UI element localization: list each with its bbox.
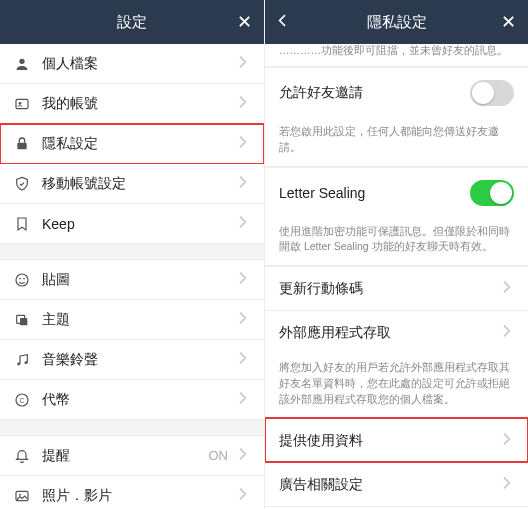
chevron-right-icon bbox=[234, 270, 250, 289]
privacy-header: 隱私設定 ✕ bbox=[265, 0, 528, 44]
row-label: 外部應用程式存取 bbox=[279, 324, 498, 342]
row-label: 移動帳號設定 bbox=[42, 175, 234, 193]
bell-icon bbox=[14, 448, 36, 464]
truncated-text: …………功能後即可阻擋，並未曾好友的訊息。 bbox=[265, 44, 528, 67]
id-icon bbox=[14, 96, 36, 112]
svg-rect-0 bbox=[16, 99, 28, 108]
svg-rect-2 bbox=[17, 142, 26, 149]
settings-row-bookmark[interactable]: Keep bbox=[0, 204, 264, 244]
row-label: Letter Sealing bbox=[279, 185, 470, 201]
svg-point-1 bbox=[19, 102, 22, 105]
privacy-row[interactable]: 更新行動條碼 bbox=[265, 266, 528, 310]
svg-point-13 bbox=[19, 493, 21, 495]
svg-point-4 bbox=[19, 277, 21, 279]
privacy-row[interactable]: 允許好友邀請 bbox=[265, 67, 528, 118]
chevron-right-icon bbox=[234, 350, 250, 369]
row-label: 隱私設定 bbox=[42, 135, 234, 153]
chevron-right-icon bbox=[234, 54, 250, 73]
settings-list: 個人檔案 我的帳號 隱私設定 移動帳號設定 Keep 貼圖 主題 音樂鈴聲 C … bbox=[0, 44, 264, 509]
svg-rect-7 bbox=[20, 318, 27, 325]
privacy-panel: 隱私設定 ✕ …………功能後即可阻擋，並未曾好友的訊息。允許好友邀請若您啟用此設… bbox=[264, 0, 528, 509]
chevron-right-icon bbox=[234, 134, 250, 153]
chevron-right-icon bbox=[234, 174, 250, 193]
music-icon bbox=[14, 352, 36, 368]
photo-icon bbox=[14, 488, 36, 504]
settings-row-user[interactable]: 個人檔案 bbox=[0, 44, 264, 84]
svg-point-8 bbox=[17, 362, 20, 365]
settings-panel: 設定 ✕ 個人檔案 我的帳號 隱私設定 移動帳號設定 Keep 貼圖 主題 音樂… bbox=[0, 0, 264, 509]
privacy-title: 隱私設定 bbox=[367, 13, 427, 32]
chevron-right-icon bbox=[498, 431, 514, 450]
settings-row-bell[interactable]: 提醒 ON bbox=[0, 436, 264, 476]
row-label: 提醒 bbox=[42, 447, 209, 465]
settings-row-shield[interactable]: 移動帳號設定 bbox=[0, 164, 264, 204]
row-description: 將您加入好友的用戶若允許外部應用程式存取其好友名單資料時，您在此處的設定可允許或… bbox=[265, 354, 528, 418]
svg-point-3 bbox=[16, 274, 28, 286]
bookmark-icon bbox=[14, 216, 36, 232]
row-label: 更新行動條碼 bbox=[279, 280, 498, 298]
row-value: ON bbox=[209, 448, 229, 463]
svg-point-5 bbox=[23, 277, 25, 279]
row-label: 音樂鈴聲 bbox=[42, 351, 234, 369]
back-icon[interactable] bbox=[275, 13, 291, 32]
settings-row-id[interactable]: 我的帳號 bbox=[0, 84, 264, 124]
settings-row-music[interactable]: 音樂鈴聲 bbox=[0, 340, 264, 380]
settings-row-theme[interactable]: 主題 bbox=[0, 300, 264, 340]
chevron-right-icon bbox=[234, 310, 250, 329]
chevron-right-icon bbox=[234, 94, 250, 113]
chevron-right-icon bbox=[498, 323, 514, 342]
row-label: 廣告相關設定 bbox=[279, 476, 498, 494]
privacy-list: …………功能後即可阻擋，並未曾好友的訊息。允許好友邀請若您啟用此設定，任何人都能… bbox=[265, 44, 528, 509]
privacy-row[interactable]: Letter Sealing bbox=[265, 167, 528, 218]
chevron-right-icon bbox=[234, 486, 250, 505]
row-description: 若您啟用此設定，任何人都能向您傳送好友邀請。 bbox=[265, 118, 528, 167]
row-label: 照片．影片 bbox=[42, 487, 234, 505]
settings-row-photo[interactable]: 照片．影片 bbox=[0, 476, 264, 509]
coin-icon: C bbox=[14, 392, 36, 408]
row-label: 允許好友邀請 bbox=[279, 84, 470, 102]
privacy-row[interactable]: 廣告相關設定 bbox=[265, 462, 528, 506]
settings-row-coin[interactable]: C 代幣 bbox=[0, 380, 264, 420]
row-label: 我的帳號 bbox=[42, 95, 234, 113]
row-label: 代幣 bbox=[42, 391, 234, 409]
lock-icon bbox=[14, 136, 36, 152]
chevron-right-icon bbox=[498, 475, 514, 494]
privacy-row[interactable]: 外部應用程式存取 bbox=[265, 310, 528, 354]
close-icon[interactable]: ✕ bbox=[237, 11, 252, 33]
chevron-right-icon bbox=[498, 279, 514, 298]
privacy-row[interactable]: 提供使用資料 bbox=[265, 418, 528, 462]
settings-row-smile[interactable]: 貼圖 bbox=[0, 260, 264, 300]
row-label: 個人檔案 bbox=[42, 55, 234, 73]
row-label: 提供使用資料 bbox=[279, 432, 498, 450]
chevron-right-icon bbox=[234, 390, 250, 409]
svg-text:C: C bbox=[20, 396, 25, 403]
smile-icon bbox=[14, 272, 36, 288]
settings-header: 設定 ✕ bbox=[0, 0, 264, 44]
settings-title: 設定 bbox=[117, 13, 147, 32]
row-description: 使用進階加密功能可保護訊息。但僅限於和同時開啟 Letter Sealing 功… bbox=[265, 218, 528, 267]
settings-row-lock[interactable]: 隱私設定 bbox=[0, 124, 264, 164]
chevron-right-icon bbox=[234, 214, 250, 233]
row-label: 主題 bbox=[42, 311, 234, 329]
close-icon[interactable]: ✕ bbox=[501, 11, 516, 33]
chevron-right-icon bbox=[234, 446, 250, 465]
toggle-switch[interactable] bbox=[470, 180, 514, 206]
theme-icon bbox=[14, 312, 36, 328]
shield-icon bbox=[14, 176, 36, 192]
toggle-switch[interactable] bbox=[470, 80, 514, 106]
user-icon bbox=[14, 56, 36, 72]
svg-point-9 bbox=[25, 361, 28, 364]
row-label: Keep bbox=[42, 216, 234, 232]
row-label: 貼圖 bbox=[42, 271, 234, 289]
